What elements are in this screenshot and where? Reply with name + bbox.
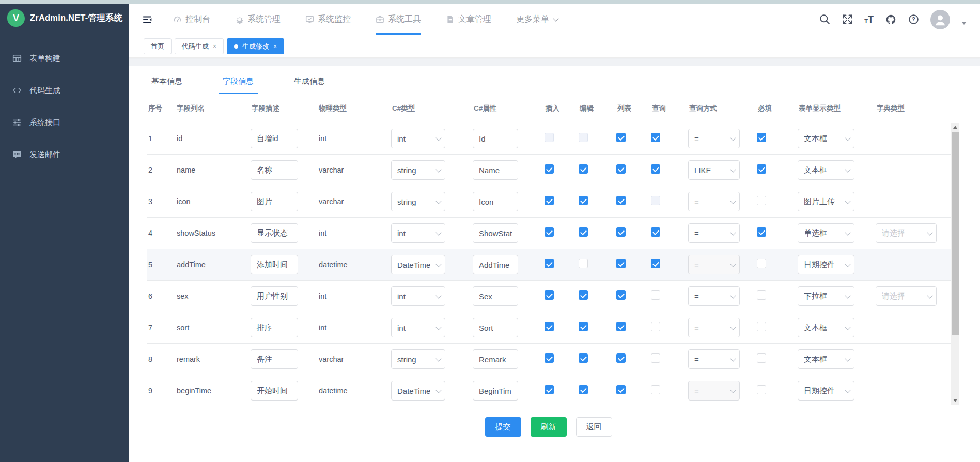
required-checkbox[interactable]: [757, 259, 766, 268]
required-checkbox-checked[interactable]: [757, 227, 766, 237]
query-mode-select[interactable]: =: [688, 286, 740, 306]
edit-checkbox[interactable]: [579, 259, 588, 268]
cs-type-select[interactable]: DateTime: [391, 381, 445, 401]
query-mode-select[interactable]: LIKE: [688, 160, 740, 180]
sidebar-item-发送邮件[interactable]: 发送邮件: [0, 138, 129, 171]
caret-down-icon[interactable]: [961, 22, 967, 25]
insert-checkbox-checked[interactable]: [545, 385, 554, 394]
query-checkbox[interactable]: [651, 385, 660, 394]
query-checkbox-checked[interactable]: [651, 227, 660, 237]
insert-checkbox-checked[interactable]: [545, 164, 554, 174]
edit-checkbox-checked[interactable]: [579, 322, 588, 331]
scrollbar-up-arrow-icon[interactable]: [951, 123, 959, 131]
tab-生成信息[interactable]: 生成信息: [290, 76, 329, 94]
cs-property-input[interactable]: Id: [473, 129, 518, 148]
nav-item-系统工具[interactable]: 系统工具: [376, 4, 421, 35]
scrollbar-thumb[interactable]: [952, 132, 959, 335]
font-size-icon[interactable]: TT: [864, 15, 874, 24]
刷新-button[interactable]: 刷新: [531, 417, 567, 437]
query-checkbox-checked[interactable]: [651, 164, 660, 174]
query-mode-select[interactable]: =: [688, 223, 740, 243]
user-avatar[interactable]: [930, 10, 950, 29]
required-checkbox[interactable]: [757, 353, 766, 363]
field-desc-input[interactable]: 添加时间: [251, 255, 298, 274]
nav-item-文章管理[interactable]: 文章管理: [446, 4, 491, 35]
field-desc-input[interactable]: 图片: [251, 192, 298, 211]
display-type-select[interactable]: 文本框: [798, 349, 854, 369]
cs-property-input[interactable]: Sex: [473, 286, 518, 306]
cs-property-input[interactable]: Name: [473, 160, 518, 180]
cs-property-input[interactable]: Remark: [473, 349, 518, 369]
insert-checkbox-checked[interactable]: [545, 227, 554, 237]
help-icon[interactable]: ?: [908, 14, 919, 25]
query-mode-select[interactable]: =: [688, 318, 740, 337]
required-checkbox[interactable]: [757, 322, 766, 331]
edit-checkbox-checked[interactable]: [579, 353, 588, 363]
tag-生成修改[interactable]: 生成修改×: [227, 38, 284, 54]
list-checkbox-checked[interactable]: [616, 385, 626, 394]
tab-基本信息[interactable]: 基本信息: [147, 76, 186, 94]
insert-checkbox-checked[interactable]: [545, 353, 554, 363]
cs-property-input[interactable]: Icon: [473, 192, 518, 211]
query-checkbox[interactable]: [651, 322, 660, 331]
edit-checkbox-checked[interactable]: [579, 196, 588, 205]
query-mode-select[interactable]: =: [688, 129, 740, 148]
required-checkbox-checked[interactable]: [757, 164, 766, 174]
display-type-select[interactable]: 单选框: [798, 223, 854, 243]
tab-字段信息[interactable]: 字段信息: [219, 76, 258, 94]
query-checkbox-checked[interactable]: [651, 259, 660, 268]
tag-代码生成[interactable]: 代码生成×: [175, 38, 224, 54]
insert-checkbox-checked[interactable]: [545, 290, 554, 300]
list-checkbox-checked[interactable]: [616, 133, 626, 142]
cs-type-select[interactable]: string: [391, 192, 445, 211]
cs-type-select[interactable]: string: [391, 160, 445, 180]
list-checkbox-checked[interactable]: [616, 322, 626, 331]
cs-type-select[interactable]: int: [391, 286, 445, 306]
cs-property-input[interactable]: Sort: [473, 318, 518, 337]
cs-property-input[interactable]: AddTime: [473, 255, 518, 274]
required-checkbox[interactable]: [757, 290, 766, 300]
list-checkbox-checked[interactable]: [616, 290, 626, 300]
field-desc-input[interactable]: 自增id: [251, 129, 298, 148]
tag-首页[interactable]: 首页: [144, 38, 172, 54]
field-desc-input[interactable]: 开始时间: [251, 381, 298, 401]
提交-button[interactable]: 提交: [485, 417, 521, 437]
sidebar-item-系统接口[interactable]: 系统接口: [0, 106, 129, 138]
cs-type-select[interactable]: int: [391, 129, 445, 148]
display-type-select[interactable]: 图片上传: [798, 192, 854, 211]
required-checkbox[interactable]: [757, 196, 766, 205]
edit-checkbox-checked[interactable]: [579, 164, 588, 174]
required-checkbox-checked[interactable]: [757, 133, 766, 142]
cs-property-input[interactable]: ShowStat: [473, 223, 518, 243]
insert-checkbox-checked[interactable]: [545, 259, 554, 268]
query-mode-select[interactable]: =: [688, 349, 740, 369]
tag-close-icon[interactable]: ×: [273, 43, 277, 50]
display-type-select[interactable]: 日期控件: [798, 381, 854, 401]
search-icon[interactable]: [819, 14, 830, 25]
display-type-select[interactable]: 日期控件: [798, 255, 854, 274]
field-desc-input[interactable]: 用户性别: [251, 286, 298, 306]
edit-checkbox-checked[interactable]: [579, 290, 588, 300]
query-checkbox[interactable]: [651, 290, 660, 300]
cs-type-select[interactable]: DateTime: [391, 255, 445, 274]
cs-type-select[interactable]: int: [391, 223, 445, 243]
scrollbar-down-arrow-icon[interactable]: [951, 396, 959, 405]
field-desc-input[interactable]: 显示状态: [251, 223, 298, 243]
tag-close-icon[interactable]: ×: [213, 43, 216, 50]
list-checkbox-checked[interactable]: [616, 164, 626, 174]
返回-button[interactable]: 返回: [576, 417, 612, 437]
collapse-sidebar-icon[interactable]: [142, 14, 153, 25]
list-checkbox-checked[interactable]: [616, 196, 626, 205]
list-checkbox-checked[interactable]: [616, 227, 626, 237]
query-checkbox[interactable]: [651, 353, 660, 363]
cs-type-select[interactable]: int: [391, 318, 445, 337]
sidebar-item-表单构建[interactable]: 表单构建: [0, 42, 129, 74]
nav-item-更多菜单[interactable]: 更多菜单: [516, 4, 558, 35]
edit-checkbox-checked[interactable]: [579, 227, 588, 237]
nav-item-系统监控[interactable]: 系统监控: [305, 4, 351, 35]
field-desc-input[interactable]: 名称: [251, 160, 298, 180]
sidebar-item-代码生成[interactable]: 代码生成: [0, 74, 129, 106]
required-checkbox[interactable]: [757, 385, 766, 394]
github-icon[interactable]: [885, 14, 896, 25]
table-scrollbar[interactable]: [951, 123, 959, 405]
